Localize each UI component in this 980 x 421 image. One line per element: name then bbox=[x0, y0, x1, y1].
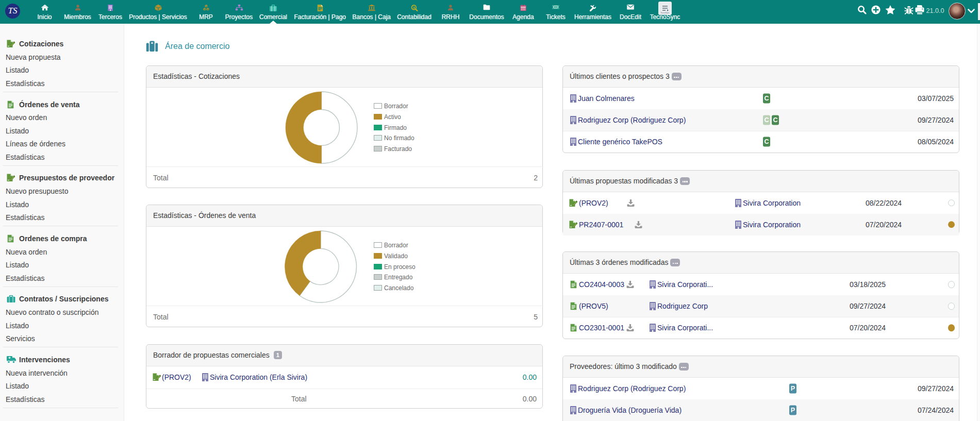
svg-text:$: $ bbox=[413, 6, 415, 9]
